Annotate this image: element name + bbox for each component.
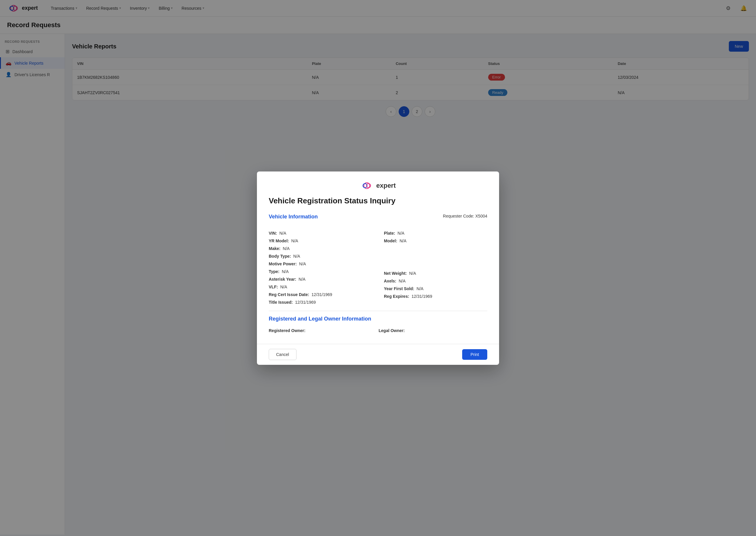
field-motive-power: Motive Power: N/A xyxy=(269,260,372,268)
vehicle-section-title: Vehicle Information xyxy=(269,214,318,220)
field-net-weight: Net Weight: N/A xyxy=(384,269,487,277)
requester-label: Requester Code: xyxy=(443,214,474,218)
field-legal-owner: Legal Owner: xyxy=(379,327,487,334)
field-make: Make: N/A xyxy=(269,245,372,252)
vehicle-info-section: Vehicle Information Requester Code: X500… xyxy=(269,214,487,306)
cancel-button[interactable]: Cancel xyxy=(269,349,296,360)
modal: expert Vehicle Registration Status Inqui… xyxy=(257,172,499,365)
field-model: Model: N/A xyxy=(384,237,487,245)
vehicle-fields-right: Plate: N/A Model: N/A Net Weight: N/ xyxy=(384,229,487,306)
field-axels: Axels: N/A xyxy=(384,277,487,285)
field-registered-owner: Registered Owner: xyxy=(269,327,377,334)
print-button[interactable]: Print xyxy=(462,349,487,360)
vehicle-fields-left: VIN: N/A YR Model: N/A Make: N/A Bo xyxy=(269,229,372,306)
field-reg-expires: Reg Expires: 12/31/1969 xyxy=(384,292,487,300)
modal-logo-text: expert xyxy=(376,182,396,189)
requester-info: Requester Code: X5004 xyxy=(443,214,487,218)
field-reg-cert-issue-date: Reg Cert Issue Date: 12/31/1969 xyxy=(269,291,372,298)
field-plate: Plate: N/A xyxy=(384,229,487,237)
field-vlf: VLF: N/A xyxy=(269,283,372,291)
modal-overlay[interactable]: expert Vehicle Registration Status Inqui… xyxy=(0,0,756,535)
field-year-first-sold: Year First Sold: N/A xyxy=(384,285,487,292)
owner-fields: Registered Owner: Legal Owner: xyxy=(269,327,487,334)
owner-info-section: Registered and Legal Owner Information R… xyxy=(269,316,487,334)
modal-title: Vehicle Registration Status Inquiry xyxy=(269,196,487,205)
modal-body: expert Vehicle Registration Status Inqui… xyxy=(257,172,499,344)
vehicle-fields: VIN: N/A YR Model: N/A Make: N/A Bo xyxy=(269,229,487,306)
modal-logo-icon xyxy=(360,181,373,190)
field-yr-model: YR Model: N/A xyxy=(269,237,372,245)
requester-value: X5004 xyxy=(475,214,487,218)
section-divider xyxy=(269,311,487,311)
modal-logo: expert xyxy=(269,181,487,190)
owner-section-title: Registered and Legal Owner Information xyxy=(269,316,487,322)
field-title-issued: Title Issued: 12/31/1969 xyxy=(269,298,372,306)
field-asterisk-year: Asterisk Year: N/A xyxy=(269,275,372,283)
field-body-type: Body Type: N/A xyxy=(269,252,372,260)
field-type: Type: N/A xyxy=(269,268,372,275)
modal-footer: Cancel Print xyxy=(257,344,499,365)
field-vin: VIN: N/A xyxy=(269,229,372,237)
